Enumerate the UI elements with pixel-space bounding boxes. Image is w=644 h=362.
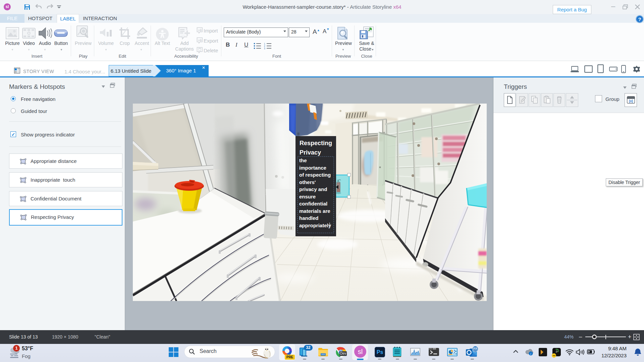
- svg-text:Privacy: Privacy: [300, 149, 321, 156]
- svg-text:of respecting: of respecting: [299, 172, 331, 178]
- svg-text:the: the: [299, 158, 307, 163]
- svg-text:privacy and: privacy and: [299, 186, 327, 192]
- svg-text:handled: handled: [299, 215, 319, 221]
- svg-text:2: 2: [264, 45, 265, 47]
- svg-text:confidential: confidential: [299, 201, 327, 206]
- svg-text:appropriately: appropriately: [299, 223, 331, 228]
- svg-text:(x): (x): [629, 99, 633, 103]
- svg-text:P: P: [556, 350, 558, 354]
- svg-text:ensure: ensure: [299, 194, 316, 199]
- svg-text:importance: importance: [299, 165, 326, 171]
- svg-text:i: i: [530, 352, 531, 356]
- svg-text:Respecting: Respecting: [300, 140, 332, 146]
- svg-text:3: 3: [264, 47, 265, 50]
- svg-text:others': others': [299, 179, 316, 185]
- svg-text:materials are: materials are: [299, 208, 330, 214]
- svg-text:?: ?: [638, 16, 641, 22]
